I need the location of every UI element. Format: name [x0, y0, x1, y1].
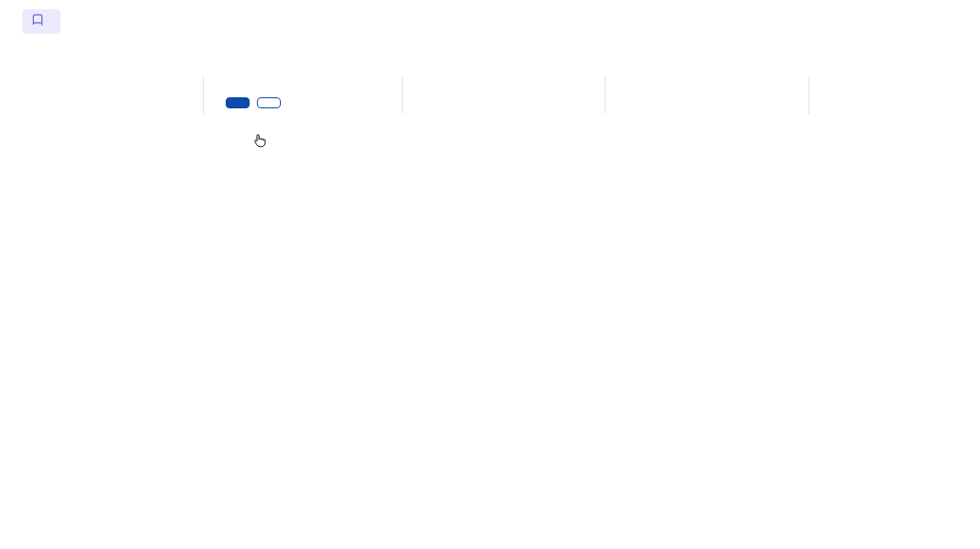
book-icon	[31, 14, 44, 29]
summary-row	[9, 76, 971, 114]
summary-total	[9, 76, 203, 114]
dot-icon	[425, 82, 433, 90]
summary-log[interactable]	[203, 76, 402, 114]
dot-icon	[831, 82, 840, 90]
dot-icon	[628, 82, 636, 90]
filter-button[interactable]	[226, 97, 250, 108]
events-line-chart	[24, 152, 960, 465]
dot-icon	[226, 82, 234, 90]
summary-js[interactable]	[808, 76, 971, 114]
cursor-hand-icon	[251, 131, 268, 154]
exclude-button[interactable]	[257, 97, 281, 108]
about-firewall-button[interactable]	[22, 9, 61, 34]
summary-allow[interactable]	[402, 76, 605, 114]
summary-block[interactable]	[605, 76, 807, 114]
